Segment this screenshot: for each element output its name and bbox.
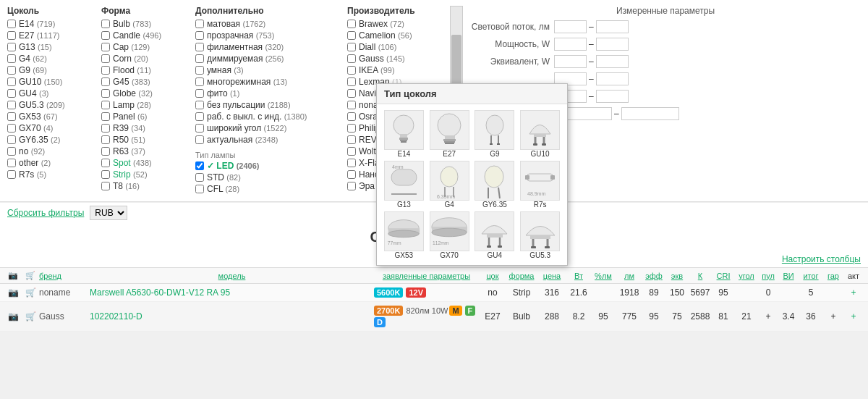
filter-gy635-checkbox[interactable] bbox=[7, 135, 16, 144]
filter-cap[interactable]: Cap (129) bbox=[101, 42, 188, 52]
filter-dimm[interactable]: диммируемая (256) bbox=[195, 54, 340, 64]
filter-dimm-checkbox[interactable] bbox=[195, 54, 204, 63]
filter-g9[interactable]: G9 (69) bbox=[7, 65, 94, 75]
filter-globe[interactable]: Globe (32) bbox=[101, 88, 188, 98]
filter-bez-pulsacii-checkbox[interactable] bbox=[195, 101, 204, 109]
filter-era-checkbox[interactable] bbox=[347, 182, 356, 190]
filter-shirokiy-checkbox[interactable] bbox=[195, 124, 204, 133]
currency-select[interactable]: RUB USD EUR bbox=[90, 206, 127, 220]
filter-camelion-checkbox[interactable] bbox=[347, 31, 356, 40]
filter-bulb-checkbox[interactable] bbox=[101, 20, 110, 28]
filter-diall[interactable]: Diall (106) bbox=[347, 42, 441, 52]
filter-std-checkbox[interactable] bbox=[195, 173, 204, 182]
filter-led-checkbox[interactable] bbox=[195, 161, 204, 170]
th-lm[interactable]: лм bbox=[616, 272, 642, 280]
filter-xflash-checkbox[interactable] bbox=[347, 159, 356, 167]
filter-spot-checkbox[interactable] bbox=[101, 159, 110, 167]
filter-nanosvет-checkbox[interactable] bbox=[347, 170, 356, 179]
th-itog[interactable]: итог bbox=[799, 272, 823, 280]
filter-e14-checkbox[interactable] bbox=[7, 20, 16, 28]
row1-akt[interactable]: + bbox=[843, 287, 864, 298]
filter-no-checkbox[interactable] bbox=[7, 147, 16, 156]
filter-std[interactable]: STD (82) bbox=[195, 172, 340, 182]
filter-philips-checkbox[interactable] bbox=[347, 124, 356, 133]
row2-akt[interactable]: + bbox=[843, 311, 864, 322]
row1-model[interactable]: Marswell A5630-60-DW1-V12 RA 95 bbox=[90, 287, 374, 298]
filter-rab-s-vykl-checkbox[interactable] bbox=[195, 112, 204, 121]
th-forma[interactable]: форма bbox=[506, 272, 537, 280]
popup-gu53[interactable]: GU5.3 bbox=[519, 211, 561, 259]
filter-candle[interactable]: Candle (496) bbox=[101, 30, 188, 41]
filter-wolta-checkbox[interactable] bbox=[347, 147, 356, 156]
svetovoy-min[interactable] bbox=[554, 20, 587, 33]
popup-gu4[interactable]: GU4 bbox=[474, 211, 516, 259]
filter-ikea[interactable]: IKEA (99) bbox=[347, 65, 441, 75]
filter-umnaya[interactable]: умная (3) bbox=[195, 65, 340, 75]
filter-spot[interactable]: Spot (438) bbox=[101, 158, 188, 168]
filter-gu10-checkbox[interactable] bbox=[7, 77, 16, 86]
filter-flood-checkbox[interactable] bbox=[101, 66, 110, 75]
filter-brawex[interactable]: Brawex (72) bbox=[347, 19, 441, 29]
filter-mnogo-checkbox[interactable] bbox=[195, 77, 204, 86]
filter-gu53-checkbox[interactable] bbox=[7, 101, 16, 109]
filter-r50-checkbox[interactable] bbox=[101, 135, 110, 144]
filter-umnaya-checkbox[interactable] bbox=[195, 66, 204, 75]
filter-t8[interactable]: T8 (16) bbox=[101, 181, 188, 191]
filter-gu53[interactable]: GU5.3 (209) bbox=[7, 100, 94, 110]
th-gar[interactable]: гар bbox=[823, 272, 843, 280]
filter-bulb[interactable]: Bulb (783) bbox=[101, 19, 188, 29]
filter-g13[interactable]: G13 (15) bbox=[7, 42, 94, 52]
popup-g4[interactable]: 6.35mm G4 bbox=[428, 161, 471, 209]
filter-filament[interactable]: филаментная (320) bbox=[195, 42, 340, 52]
filter-panel[interactable]: Panel (6) bbox=[101, 112, 188, 122]
filter-prozrachnaya-checkbox[interactable] bbox=[195, 31, 204, 40]
filter-r39-checkbox[interactable] bbox=[101, 124, 110, 133]
filter-cap-checkbox[interactable] bbox=[101, 43, 110, 51]
filter-r63[interactable]: R63 (37) bbox=[101, 146, 188, 156]
filter-gu4[interactable]: GU4 (3) bbox=[7, 88, 94, 98]
filter-aktualnaya[interactable]: актуальная (2348) bbox=[195, 135, 340, 145]
th-vi[interactable]: ВИ bbox=[778, 272, 799, 280]
th-cok[interactable]: цок bbox=[479, 272, 506, 280]
popup-g9[interactable]: G9 bbox=[474, 110, 516, 158]
th-cri[interactable]: CRI bbox=[712, 272, 735, 280]
popup-gx70[interactable]: 112mm GX70 bbox=[428, 211, 471, 259]
filter-panel-checkbox[interactable] bbox=[101, 112, 110, 121]
reset-filters-link[interactable]: Сбросить фильтры bbox=[7, 208, 84, 218]
filter-bez-pulsacii[interactable]: без пульсации (2188) bbox=[195, 100, 340, 110]
th-eff[interactable]: эфф bbox=[642, 272, 665, 280]
filter-matovaya[interactable]: матовая (1762) bbox=[195, 19, 340, 29]
th-model[interactable]: модель bbox=[90, 272, 374, 280]
filter-cfl[interactable]: CFL (28) bbox=[195, 184, 340, 194]
filter-aktualnaya-checkbox[interactable] bbox=[195, 135, 204, 144]
param4-max[interactable] bbox=[596, 72, 629, 85]
popup-r7s[interactable]: 48.9mm R7s bbox=[519, 161, 561, 209]
filter-e27-checkbox[interactable] bbox=[7, 31, 16, 40]
popup-gu10[interactable]: GU10 bbox=[519, 110, 561, 158]
filter-noname-checkbox[interactable] bbox=[347, 101, 356, 109]
th-k[interactable]: К bbox=[689, 272, 712, 280]
filter-strip-checkbox[interactable] bbox=[101, 170, 110, 179]
row2-model[interactable]: 102202110-D bbox=[90, 311, 374, 322]
filter-led[interactable]: ✓ LED (2406) bbox=[195, 161, 340, 171]
moshnost-min[interactable] bbox=[554, 38, 587, 51]
filter-g45-checkbox[interactable] bbox=[101, 77, 110, 86]
popup-gx53[interactable]: 77mm GX53 bbox=[383, 211, 425, 259]
filter-r39[interactable]: R39 (34) bbox=[101, 123, 188, 133]
param6-max[interactable] bbox=[621, 107, 679, 120]
filter-other-checkbox[interactable] bbox=[7, 159, 16, 167]
filter-gx53[interactable]: GX53 (67) bbox=[7, 112, 94, 122]
filter-osram-checkbox[interactable] bbox=[347, 112, 356, 121]
filter-g4[interactable]: G4 (62) bbox=[7, 54, 94, 64]
filter-e27[interactable]: E27 (1117) bbox=[7, 30, 94, 41]
param5-max[interactable] bbox=[596, 90, 629, 103]
filter-strip[interactable]: Strip (52) bbox=[101, 169, 188, 180]
filter-corn-checkbox[interactable] bbox=[101, 54, 110, 63]
filter-lamp[interactable]: Lamp (28) bbox=[101, 100, 188, 110]
filter-gauss[interactable]: Gauss (145) bbox=[347, 54, 441, 64]
filter-diall-checkbox[interactable] bbox=[347, 43, 356, 51]
filter-camelion[interactable]: Camelion (56) bbox=[347, 30, 441, 41]
filter-rev-checkbox[interactable] bbox=[347, 135, 356, 144]
filter-fito[interactable]: фито (1) bbox=[195, 88, 340, 98]
filter-r50[interactable]: R50 (51) bbox=[101, 135, 188, 145]
